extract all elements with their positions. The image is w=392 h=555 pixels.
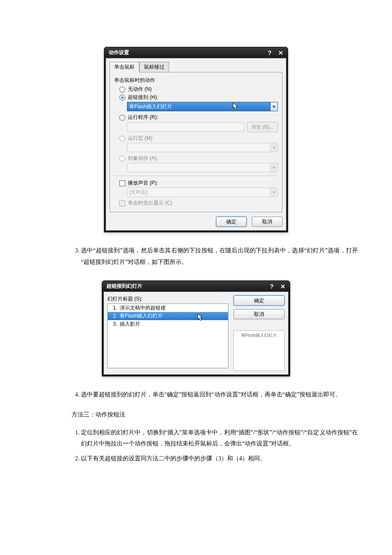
slide-listbox[interactable]: 1.演示文稿中的超链接 2.将Flash插入幻灯片 3.插入影片 bbox=[107, 304, 228, 368]
chevron-down-icon: ▾ bbox=[270, 143, 277, 152]
play-sound-check[interactable] bbox=[119, 180, 125, 186]
chevron-down-icon: ▾ bbox=[270, 163, 277, 172]
radio-objaction bbox=[119, 156, 125, 162]
help-button[interactable]: ? bbox=[270, 283, 274, 289]
chevron-down-icon: ▾ bbox=[270, 188, 277, 197]
sound-combo: [无声音] ▾ bbox=[127, 188, 278, 197]
radio-none-label: 无动作 (N) bbox=[128, 86, 152, 93]
tab-click[interactable]: 单击鼠标 bbox=[110, 62, 139, 72]
close-button[interactable]: ✕ bbox=[278, 50, 283, 56]
list-label: 幻灯片标题 (S): bbox=[107, 295, 228, 303]
objaction-combo: ▾ bbox=[127, 163, 278, 172]
highlight-label: 单击时突出显示 (C) bbox=[128, 199, 172, 207]
preview-caption: 将Flash插入幻灯片 bbox=[236, 332, 282, 338]
ok-button[interactable]: 确定 bbox=[216, 217, 247, 227]
highlight-row: 单击时突出显示 (C) bbox=[119, 199, 278, 207]
radio-runprog-row[interactable]: 运行程序 (R): bbox=[119, 114, 278, 121]
radio-macro bbox=[119, 136, 125, 142]
radio-none[interactable] bbox=[119, 87, 125, 92]
close-button[interactable]: ✕ bbox=[280, 283, 285, 289]
list-item[interactable]: 1.演示文稿中的超链接 bbox=[108, 304, 228, 312]
radio-macro-row: 运行宏 (M): bbox=[119, 135, 278, 142]
cancel-button[interactable]: 取消 bbox=[252, 217, 282, 227]
browse-button: 浏览 (B)... bbox=[247, 122, 278, 132]
titlebar[interactable]: 超链接到幻灯片 ? ✕ bbox=[102, 281, 290, 292]
divider bbox=[114, 176, 278, 176]
radio-none-row[interactable]: 无动作 (N) bbox=[119, 86, 278, 93]
dialog-title: 动作设置 bbox=[109, 49, 129, 56]
runprog-input bbox=[127, 122, 245, 132]
radio-hyperlink-row[interactable]: 超链接到 (H): bbox=[119, 94, 278, 101]
tab-hover[interactable]: 鼠标移过 bbox=[139, 62, 169, 72]
hyperlink-to-slide-dialog: 超链接到幻灯片 ? ✕ 幻灯片标题 (S): 1.演示文稿中的超链接 2.将Fl… bbox=[102, 280, 290, 376]
list-item[interactable]: 3.插入影片 bbox=[108, 320, 228, 328]
radio-hyperlink[interactable] bbox=[119, 95, 125, 101]
list-item[interactable]: 2.将Flash插入幻灯片 bbox=[108, 312, 228, 320]
hyperlink-combo[interactable]: 将Flash插入幻灯片 ▾ bbox=[127, 102, 278, 111]
doc-steps-c: 定位到相应的幻灯片中，切换到“插入”菜单选项卡中，利用“插图”/“形状”/“动作… bbox=[34, 427, 358, 465]
titlebar[interactable]: 动作设置 ? ✕ bbox=[104, 47, 288, 58]
slide-preview: 将Flash插入幻灯片 bbox=[233, 330, 285, 371]
radio-objaction-label: 对象动作 (A): bbox=[128, 155, 158, 162]
doc-steps-b: 选中要超链接到的幻灯片，单击“确定”按钮返回到“动作设置”对话框，再单击“确定”… bbox=[34, 389, 358, 401]
highlight-check bbox=[119, 200, 125, 206]
ok-button[interactable]: 确定 bbox=[233, 295, 285, 306]
hyperlink-value: 将Flash插入幻灯片 bbox=[129, 103, 172, 110]
chevron-down-icon[interactable]: ▾ bbox=[270, 102, 277, 111]
radio-runprog[interactable] bbox=[119, 115, 125, 121]
doc-step-4: 选中要超链接到的幻灯片，单击“确定”按钮返回到“动作设置”对话框，再单击“确定”… bbox=[81, 389, 358, 401]
radio-runprog-label: 运行程序 (R): bbox=[128, 114, 158, 121]
cancel-button[interactable]: 取消 bbox=[233, 309, 285, 319]
doc-m3-step1: 定位到相应的幻灯片中，切换到“插入”菜单选项卡中，利用“插图”/“形状”/“动作… bbox=[81, 427, 358, 450]
play-sound-label: 播放声音 (P): bbox=[128, 179, 158, 187]
method3-heading: 方法三：动作按钮法 bbox=[72, 411, 358, 419]
play-sound-row[interactable]: 播放声音 (P): bbox=[119, 179, 278, 187]
help-button[interactable]: ? bbox=[268, 50, 271, 56]
doc-m3-step2: 以下有关超链接的设置同方法二中的步骤中的步骤（3）和（4）相同。 bbox=[81, 453, 358, 465]
macro-combo: ▾ bbox=[127, 143, 278, 152]
dialog-title: 超链接到幻灯片 bbox=[107, 283, 142, 290]
doc-steps-a: 选中“超链接到”选项，然后单击其右侧的下拉按钮，在随后出现的下拉列表中，选择“幻… bbox=[34, 245, 358, 268]
action-settings-dialog: 动作设置 ? ✕ 单击鼠标 鼠标移过 单击鼠标时的动作 无动作 (N) 超链接到… bbox=[104, 47, 288, 232]
doc-step-3: 选中“超链接到”选项，然后单击其右侧的下拉按钮，在随后出现的下拉列表中，选择“幻… bbox=[81, 245, 358, 268]
radio-hyperlink-label: 超链接到 (H): bbox=[128, 94, 158, 101]
sound-value: [无声音] bbox=[129, 189, 147, 196]
group-label: 单击鼠标时的动作 bbox=[114, 77, 278, 84]
radio-objaction-row: 对象动作 (A): bbox=[119, 155, 278, 162]
radio-macro-label: 运行宏 (M): bbox=[128, 135, 154, 142]
